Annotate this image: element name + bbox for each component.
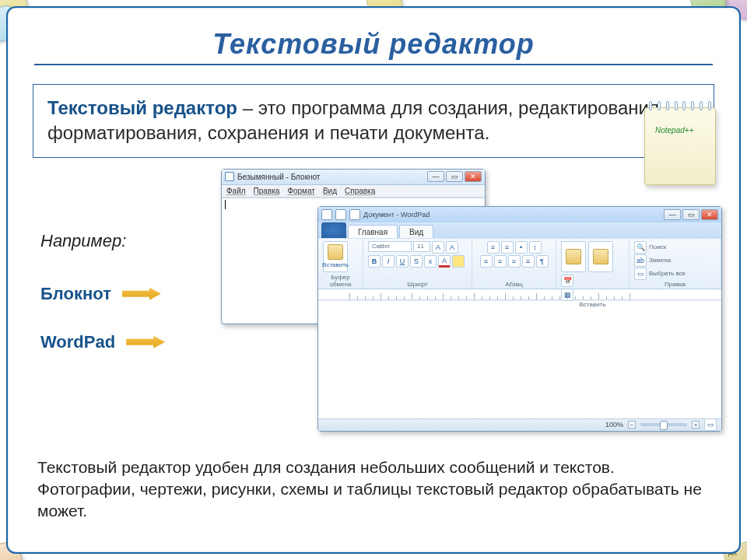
font-color-button[interactable]: A: [438, 255, 451, 268]
align-right-button[interactable]: ≡: [508, 255, 521, 268]
app-line-wordpad: WordPad: [40, 332, 165, 352]
clipboard-icon: [328, 244, 343, 260]
select-all-label[interactable]: Выбрать все: [649, 270, 686, 277]
strike-button[interactable]: S: [410, 255, 423, 268]
find-label[interactable]: Поиск: [649, 243, 666, 250]
maximize-button[interactable]: ▭: [682, 209, 700, 220]
definition-term: Текстовый редактор: [47, 97, 237, 118]
definition-box: Текстовый редактор – это программа для с…: [33, 84, 714, 158]
insert-picture-button[interactable]: [561, 241, 586, 272]
wordpad-ruler[interactable]: [318, 289, 721, 300]
bullets-button[interactable]: •: [515, 241, 528, 254]
font-size-combo[interactable]: 11: [413, 241, 430, 252]
zoom-out-button[interactable]: −: [628, 421, 636, 429]
align-center-button[interactable]: ≡: [494, 255, 507, 268]
zoom-in-button[interactable]: +: [692, 421, 700, 429]
notepadpp-logo-text: Notepad++: [655, 126, 694, 135]
insert-drawing-button[interactable]: [588, 241, 613, 272]
slide-frame: Текстовый редактор Текстовый редактор – …: [6, 6, 741, 554]
wordpad-tabs: Главная Вид: [318, 222, 721, 238]
app-menu-button[interactable]: [321, 222, 346, 238]
underline-button[interactable]: U: [396, 255, 409, 268]
zoom-value: 100%: [605, 421, 623, 429]
app-line-notepad: Блокнот: [40, 284, 165, 304]
maximize-button[interactable]: ▭: [446, 171, 463, 182]
minimize-button[interactable]: —: [427, 171, 444, 182]
font-name-combo[interactable]: Calibri: [368, 241, 412, 252]
notepad-title-text: Безымянный - Блокнот: [237, 173, 320, 181]
select-all-icon[interactable]: ▭: [634, 268, 647, 280]
replace-label[interactable]: Замена: [649, 257, 671, 264]
bold-button[interactable]: B: [368, 255, 381, 268]
group-label-clipboard: Буфер обмена: [323, 274, 358, 288]
example-label: Например:: [40, 231, 165, 251]
view-mode-icon[interactable]: ▭: [704, 418, 717, 431]
wordpad-statusbar: 100% − + ▭: [318, 418, 721, 431]
menu-edit[interactable]: Правка: [254, 187, 280, 195]
increase-indent-button[interactable]: ≡: [501, 241, 514, 254]
content-area: Например: Блокнот WordPad Безымянный - Б…: [33, 169, 714, 449]
close-button[interactable]: ✕: [701, 209, 718, 220]
app-name-wordpad: WordPad: [40, 332, 115, 352]
replace-icon[interactable]: ab: [634, 254, 647, 267]
save-icon[interactable]: [321, 209, 332, 220]
group-label-edit: Правка: [634, 281, 716, 288]
arrow-icon: [122, 288, 161, 300]
wordpad-window: Документ - WordPad — ▭ ✕ Главная Вид: [317, 206, 722, 432]
grow-font-button[interactable]: A: [432, 241, 444, 254]
shrink-font-button[interactable]: A: [446, 241, 458, 254]
document-icon: [225, 172, 234, 181]
wordpad-title-text: Документ - WordPad: [363, 211, 430, 219]
wordpad-quick-access: Документ - WordPad — ▭ ✕: [318, 207, 721, 222]
highlight-button[interactable]: [452, 255, 465, 268]
redo-icon[interactable]: [349, 209, 360, 220]
subscript-button[interactable]: x: [424, 255, 437, 268]
menu-help[interactable]: Справка: [345, 187, 375, 195]
slide-title: Текстовый редактор: [34, 28, 713, 65]
notepad-menubar: Файл Правка Формат Вид Справка: [222, 185, 485, 198]
wordpad-ribbon: Вставить Буфер обмена Calibri 11 A A: [318, 238, 721, 289]
group-label-paragraph: Абзац: [477, 281, 551, 288]
app-name-notepad: Блокнот: [40, 284, 111, 304]
undo-icon[interactable]: [335, 209, 346, 220]
menu-format[interactable]: Формат: [287, 187, 315, 195]
text-cursor: [225, 200, 226, 209]
bottom-paragraph: Текстовый редактор удобен для создания н…: [37, 457, 710, 523]
tab-view[interactable]: Вид: [399, 225, 433, 238]
examples-column: Например: Блокнот WordPad: [40, 231, 165, 380]
decrease-indent-button[interactable]: ≡: [487, 241, 500, 254]
tab-home[interactable]: Главная: [348, 225, 398, 238]
notepad-titlebar[interactable]: Безымянный - Блокнот — ▭ ✕: [222, 170, 485, 185]
wordpad-text-area[interactable]: [318, 300, 721, 418]
picture-icon: [566, 249, 581, 264]
arrow-icon: [126, 336, 165, 348]
paint-icon: [593, 249, 608, 264]
align-left-button[interactable]: ≡: [480, 255, 493, 268]
close-button[interactable]: ✕: [465, 171, 482, 182]
insert-date-button[interactable]: 📅: [561, 275, 573, 287]
italic-button[interactable]: I: [382, 255, 395, 268]
zoom-slider[interactable]: [640, 423, 687, 426]
menu-file[interactable]: Файл: [226, 187, 246, 195]
menu-view[interactable]: Вид: [323, 187, 337, 195]
line-spacing-button[interactable]: ↕: [529, 241, 542, 254]
minimize-button[interactable]: —: [664, 209, 681, 220]
group-label-font: Шрифт: [368, 281, 467, 288]
paragraph-button[interactable]: ¶: [536, 255, 549, 268]
paste-button[interactable]: Вставить: [323, 241, 348, 272]
find-icon[interactable]: 🔍: [634, 241, 647, 254]
justify-button[interactable]: ≡: [522, 255, 535, 268]
group-label-insert: Вставить: [561, 301, 624, 308]
